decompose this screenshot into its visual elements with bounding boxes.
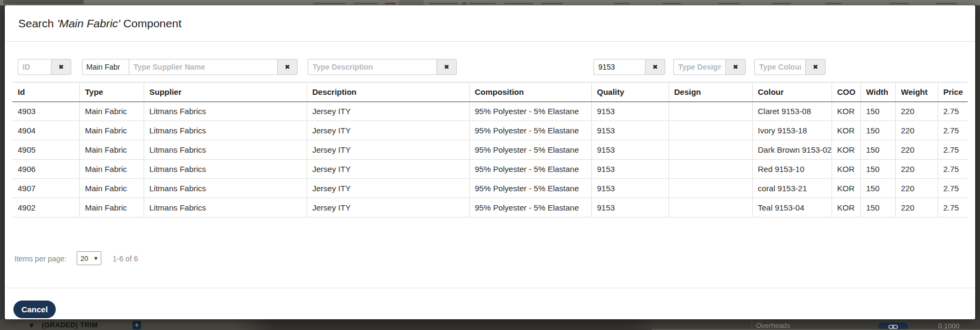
- table-cell: Main Fabric: [79, 121, 144, 140]
- table-cell: KOR: [831, 198, 860, 218]
- modal-title-component-name: 'Main Fabric': [57, 17, 120, 29]
- table-cell: Jersey ITY: [307, 140, 469, 160]
- clear-icon: ✖: [58, 63, 64, 71]
- table-cell: coral 9153-21: [752, 179, 831, 198]
- results-table-container: IdTypeSupplierDescriptionCompositionQual…: [12, 82, 968, 218]
- table-cell: 2.75: [938, 198, 968, 218]
- table-cell: 95% Polyester - 5% Elastane: [469, 121, 591, 140]
- table-row[interactable]: 4904Main FabricLitmans FabricsJersey ITY…: [12, 121, 968, 140]
- column-header[interactable]: Supplier: [144, 82, 307, 102]
- table-cell: Main Fabric: [79, 102, 144, 121]
- supplier-filter-input[interactable]: [129, 59, 277, 75]
- cancel-button[interactable]: Cancel: [13, 301, 56, 318]
- dimmed-background-artifact: [890, 3, 909, 4]
- items-per-page-label: Items per page:: [14, 254, 66, 263]
- modal-title-suffix: Component: [120, 17, 181, 29]
- type-filter-value: Main Fabr: [86, 63, 120, 71]
- clear-quality-filter-button[interactable]: ✖: [645, 59, 665, 75]
- table-cell: [669, 160, 752, 179]
- dimmed-background-artifact: [354, 3, 378, 4]
- table-cell: Litmans Fabrics: [144, 198, 307, 218]
- dimmed-background-artifact: [761, 319, 762, 330]
- dimmed-background-artifact: [399, 0, 424, 5]
- footer-divider: [5, 288, 975, 288]
- dimmed-background-artifact: [462, 3, 466, 4]
- dimmed-background-artifact: [541, 3, 563, 4]
- colour-filter-input[interactable]: [754, 59, 805, 75]
- design-filter-group: ✖: [673, 59, 746, 75]
- table-cell: KOR: [831, 140, 860, 160]
- table-cell: Jersey ITY: [307, 160, 469, 179]
- column-header[interactable]: Design: [669, 82, 752, 102]
- table-cell: 220: [895, 179, 938, 198]
- column-header[interactable]: Colour: [752, 82, 831, 102]
- clear-colour-filter-button[interactable]: ✖: [805, 59, 826, 75]
- dimmed-background-artifact: [3, 0, 84, 4]
- table-cell: 95% Polyester - 5% Elastane: [469, 160, 591, 179]
- table-cell: 4903: [12, 102, 79, 121]
- quality-filter-input[interactable]: [593, 59, 645, 75]
- table-cell: Red 9153-10: [752, 160, 831, 179]
- table-cell: 4904: [12, 121, 79, 140]
- add-icon: +: [132, 321, 141, 329]
- description-filter-group: ✖: [308, 59, 457, 75]
- table-cell: [669, 198, 752, 218]
- table-cell: 2.75: [938, 160, 968, 179]
- dimmed-background-artifact: [718, 3, 740, 4]
- dimmed-background-artifact: [429, 3, 458, 4]
- column-header[interactable]: Composition: [469, 82, 591, 102]
- design-filter-input[interactable]: [673, 59, 725, 75]
- table-cell: Jersey ITY: [307, 121, 469, 140]
- items-per-page-select[interactable]: 20 ▼: [77, 251, 101, 265]
- id-filter-input[interactable]: [18, 59, 51, 75]
- table-cell: 9153: [591, 140, 669, 160]
- table-cell: 2.75: [938, 140, 968, 160]
- dimmed-background-artifact: [936, 3, 957, 4]
- dimmed-background-artifact: [504, 3, 533, 4]
- screen: ▼ (GRADED) TRIM + Overheads 0.1000 Searc…: [0, 0, 980, 330]
- table-cell: 150: [860, 160, 895, 179]
- dimmed-background-artifact: [826, 3, 842, 4]
- table-cell: 4906: [12, 160, 79, 179]
- column-header[interactable]: COO: [831, 82, 860, 102]
- table-cell: 150: [860, 140, 895, 160]
- column-header[interactable]: Id: [12, 82, 79, 102]
- table-cell: Jersey ITY: [307, 198, 469, 218]
- table-cell: [669, 102, 752, 121]
- table-cell: 2.75: [938, 102, 968, 121]
- clear-design-filter-button[interactable]: ✖: [725, 59, 746, 75]
- clear-icon: ✖: [733, 63, 738, 71]
- table-cell: 95% Polyester - 5% Elastane: [469, 198, 591, 218]
- table-cell: 220: [895, 140, 938, 160]
- supplier-filter-group: ✖: [129, 59, 298, 75]
- table-cell: Main Fabric: [79, 160, 144, 179]
- clear-supplier-filter-button[interactable]: ✖: [277, 59, 298, 75]
- column-header[interactable]: Type: [79, 82, 144, 102]
- column-header[interactable]: Description: [307, 82, 469, 102]
- clear-id-filter-button[interactable]: ✖: [51, 59, 71, 75]
- items-per-page-value: 20: [80, 254, 88, 262]
- table-cell: Litmans Fabrics: [144, 160, 307, 179]
- column-header[interactable]: Price: [938, 82, 968, 102]
- table-cell: Litmans Fabrics: [144, 121, 307, 140]
- column-header[interactable]: Width: [860, 82, 895, 102]
- table-row[interactable]: 4905Main FabricLitmans FabricsJersey ITY…: [12, 140, 968, 160]
- clear-description-filter-button[interactable]: ✖: [436, 59, 457, 75]
- table-cell: Dark Brown 9153-02: [752, 140, 831, 160]
- table-cell: [669, 179, 752, 198]
- table-cell: 220: [895, 121, 938, 140]
- table-cell: 150: [860, 121, 895, 140]
- table-row[interactable]: 4907Main FabricLitmans FabricsJersey ITY…: [12, 179, 968, 198]
- table-row[interactable]: 4906Main FabricLitmans FabricsJersey ITY…: [12, 160, 968, 179]
- table-cell: 150: [860, 179, 895, 198]
- table-cell: Claret 9153-08: [752, 102, 831, 121]
- description-filter-input[interactable]: [308, 59, 436, 75]
- colour-filter-group: ✖: [754, 59, 826, 75]
- table-cell: Main Fabric: [79, 140, 144, 160]
- table-row[interactable]: 4903Main FabricLitmans FabricsJersey ITY…: [12, 102, 968, 121]
- table-cell: Teal 9153-04: [752, 198, 831, 218]
- column-header[interactable]: Weight: [895, 82, 938, 102]
- column-header[interactable]: Quality: [591, 82, 669, 102]
- table-row[interactable]: 4902Main FabricLitmans FabricsJersey ITY…: [12, 198, 968, 218]
- table-cell: [669, 140, 752, 160]
